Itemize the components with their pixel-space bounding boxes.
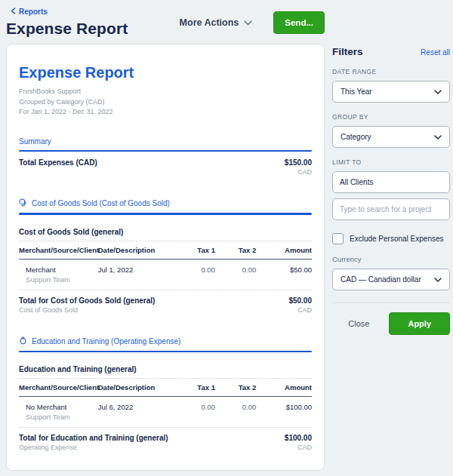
col-date: Date/Description xyxy=(98,246,174,254)
report-title: Expense Report xyxy=(19,64,312,81)
cell-tax2: 0.00 xyxy=(215,266,256,274)
filters-actions: Close Apply xyxy=(332,312,450,335)
stopwatch-icon xyxy=(19,336,27,346)
table-header-row: Merchant/Source/Client Date/Description … xyxy=(19,379,312,397)
exclude-personal-row[interactable]: Exclude Personal Expenses xyxy=(332,233,450,244)
col-merchant: Merchant/Source/Client xyxy=(19,383,98,392)
group-by-label: GROUP BY xyxy=(332,113,450,121)
group-by-select[interactable]: Category xyxy=(332,126,450,148)
merchant-source: Support Team xyxy=(26,275,98,284)
breadcrumb[interactable]: Reports xyxy=(11,8,48,16)
section-total-row: Total for Cost of Goods Sold (general) C… xyxy=(19,296,312,314)
filters-header: Filters Reset all xyxy=(332,46,450,57)
total-expenses-currency: CAD xyxy=(285,168,312,176)
limit-to-label: LIMIT TO xyxy=(332,158,450,166)
close-button[interactable]: Close xyxy=(348,319,369,328)
report-company: FreshBooks Support xyxy=(19,87,312,97)
col-merchant: Merchant/Source/Client xyxy=(19,246,98,254)
project-search-input[interactable] xyxy=(332,198,450,220)
chevron-down-icon xyxy=(434,88,442,96)
report-grouping: Grouped by Category (CAD) xyxy=(19,97,312,108)
col-amount: Amount xyxy=(256,246,312,254)
cell-tax1: 0.00 xyxy=(174,266,215,274)
total-expenses-amount: $150.00 xyxy=(285,158,312,167)
reset-all-link[interactable]: Reset all xyxy=(421,48,450,57)
section-heading[interactable]: Education and Training (Operating Expens… xyxy=(19,336,312,346)
section-total-label: Total for Education and Training (genera… xyxy=(19,434,168,442)
merchant-name: Merchant xyxy=(26,266,98,274)
date-range-label: DATE RANGE xyxy=(332,68,450,75)
section-total-sublabel: Cost of Goods Sold xyxy=(19,306,155,314)
chevron-down-icon xyxy=(434,133,442,141)
apply-button[interactable]: Apply xyxy=(389,312,450,335)
chevron-left-icon xyxy=(11,8,16,16)
section-total-labels: Total for Cost of Goods Sold (general) C… xyxy=(19,296,155,314)
section-rule xyxy=(19,213,312,215)
total-expenses-label: Total Expenses (CAD) xyxy=(19,158,97,167)
section-total-sublabel: Operating Expense xyxy=(19,444,168,451)
col-tax2: Tax 2 xyxy=(215,246,256,254)
filters-panel: Filters Reset all DATE RANGE This Year G… xyxy=(332,44,450,471)
top-header: Reports Expense Report More Actions Send… xyxy=(0,0,453,44)
report-meta: FreshBooks Support Grouped by Category (… xyxy=(19,87,312,118)
summary-rule xyxy=(19,150,312,152)
col-tax1: Tax 1 xyxy=(174,246,215,254)
cell-merchant: Merchant Support Team xyxy=(19,266,98,284)
filters-divider xyxy=(332,302,450,303)
col-tax1: Tax 1 xyxy=(174,383,215,392)
topbar-actions: More Actions Send... xyxy=(180,11,325,34)
chevron-down-icon xyxy=(244,17,252,28)
section-total-labels: Total for Education and Training (genera… xyxy=(19,434,168,451)
more-actions-button[interactable]: More Actions xyxy=(180,17,253,28)
table-title: Education and Training (general) xyxy=(19,365,312,379)
section-total-amount: $100.00 xyxy=(285,434,312,442)
report-period: For Jan 1, 2022 - Dec 31, 2022 xyxy=(19,107,312,118)
title-block: Reports Expense Report xyxy=(6,4,128,38)
filters-title: Filters xyxy=(332,46,363,57)
currency-select[interactable]: CAD — Canadian dollar xyxy=(332,269,450,290)
exclude-personal-checkbox[interactable] xyxy=(332,233,344,244)
report-card: Expense Report FreshBooks Support Groupe… xyxy=(6,44,325,471)
page-title: Expense Report xyxy=(6,20,128,38)
coins-icon xyxy=(19,198,27,208)
section-education-and-training: Education and Training (Operating Expens… xyxy=(19,336,312,452)
section-total-label: Total for Cost of Goods Sold (general) xyxy=(19,296,155,305)
send-button[interactable]: Send... xyxy=(273,11,325,34)
merchant-source: Support Team xyxy=(26,413,98,421)
col-amount: Amount xyxy=(256,383,312,392)
more-actions-label: More Actions xyxy=(180,17,239,28)
col-date: Date/Description xyxy=(98,383,174,392)
currency-label: Currency xyxy=(332,255,450,263)
cell-tax1: 0.00 xyxy=(174,403,215,411)
currency-value: CAD — Canadian dollar xyxy=(341,275,421,284)
cell-date: Jul 6, 2022 xyxy=(98,403,174,411)
table-row[interactable]: No Merchant Support Team Jul 6, 2022 0.0… xyxy=(19,397,312,428)
col-tax2: Tax 2 xyxy=(215,383,256,392)
table-title: Cost of Goods Sold (general) xyxy=(19,228,312,241)
total-expenses-amount-block: $150.00 CAD xyxy=(285,158,312,176)
cell-merchant: No Merchant Support Team xyxy=(19,403,98,421)
section-heading-label: Cost of Goods Sold (Cost of Goods Sold) xyxy=(32,199,170,207)
section-total-amount: $50.00 xyxy=(288,296,312,305)
section-heading-label: Education and Training (Operating Expens… xyxy=(32,337,180,345)
table-header-row: Merchant/Source/Client Date/Description … xyxy=(19,241,312,259)
section-cost-of-goods-sold: Cost of Goods Sold (Cost of Goods Sold) … xyxy=(19,198,312,314)
merchant-name: No Merchant xyxy=(26,403,98,411)
section-rule xyxy=(19,351,312,353)
date-range-select[interactable]: This Year xyxy=(332,81,450,103)
clients-input[interactable] xyxy=(332,171,450,193)
group-by-value: Category xyxy=(341,133,371,141)
breadcrumb-label: Reports xyxy=(19,8,48,16)
cell-amount: $50.00 xyxy=(256,266,312,274)
section-total-amount-block: $100.00 CAD xyxy=(285,434,312,451)
table-row[interactable]: Merchant Support Team Jul 1, 2022 0.00 0… xyxy=(19,259,312,290)
chevron-down-icon xyxy=(434,275,442,284)
section-total-row: Total for Education and Training (genera… xyxy=(19,434,312,451)
cell-date: Jul 1, 2022 xyxy=(98,266,174,274)
exclude-personal-label: Exclude Personal Expenses xyxy=(350,235,444,243)
cell-amount: $100.00 xyxy=(256,403,312,411)
content: Expense Report FreshBooks Support Groupe… xyxy=(0,44,453,471)
section-total-amount-block: $50.00 CAD xyxy=(288,296,312,314)
summary-link[interactable]: Summary xyxy=(19,137,312,146)
section-heading[interactable]: Cost of Goods Sold (Cost of Goods Sold) xyxy=(19,198,312,208)
